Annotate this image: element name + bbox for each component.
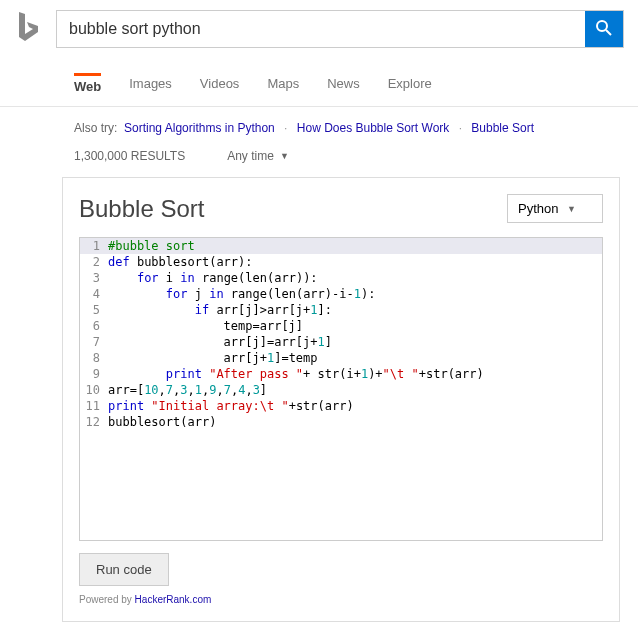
powered-link[interactable]: HackerRank.com — [135, 594, 212, 605]
line-content: for i in range(len(arr)): — [108, 270, 318, 286]
code-line: 10arr=[10,7,3,1,9,7,4,3] — [80, 382, 602, 398]
line-number: 8 — [80, 350, 108, 366]
line-content: def bubblesort(arr): — [108, 254, 253, 270]
code-editor[interactable]: 1#bubble sort2def bubblesort(arr):3 for … — [79, 237, 603, 541]
code-line: 12bubblesort(arr) — [80, 414, 602, 430]
results-row: 1,300,000 RESULTS Any time ▼ — [0, 135, 638, 177]
bing-logo-icon[interactable] — [14, 10, 42, 48]
tab-news[interactable]: News — [327, 76, 360, 106]
separator-dot: · — [284, 121, 287, 135]
code-line: 5 if arr[j]>arr[j+1]: — [80, 302, 602, 318]
line-content: for j in range(len(arr)-i-1): — [108, 286, 375, 302]
chevron-down-icon: ▼ — [280, 151, 289, 161]
line-number: 12 — [80, 414, 108, 430]
search-button[interactable] — [585, 11, 623, 47]
tab-images[interactable]: Images — [129, 76, 172, 106]
code-line: 1#bubble sort — [80, 238, 602, 254]
card-title: Bubble Sort — [79, 195, 204, 223]
tabs-bar: Web Images Videos Maps News Explore — [0, 58, 638, 107]
also-try-label: Also try: — [74, 121, 117, 135]
line-number: 3 — [80, 270, 108, 286]
code-line: 3 for i in range(len(arr)): — [80, 270, 602, 286]
line-number: 4 — [80, 286, 108, 302]
line-content: #bubble sort — [108, 238, 195, 254]
also-try-row: Also try: Sorting Algorithms in Python ·… — [0, 107, 638, 135]
language-label: Python — [518, 201, 558, 216]
line-number: 1 — [80, 238, 108, 254]
separator-dot: · — [459, 121, 462, 135]
line-content: arr[j+1]=temp — [108, 350, 318, 366]
code-line: 7 arr[j]=arr[j+1] — [80, 334, 602, 350]
line-number: 9 — [80, 366, 108, 382]
code-line: 9 print "After pass "+ str(i+1)+"\t "+st… — [80, 366, 602, 382]
also-try-link[interactable]: How Does Bubble Sort Work — [297, 121, 450, 135]
tab-videos[interactable]: Videos — [200, 76, 240, 106]
powered-prefix: Powered by — [79, 594, 135, 605]
line-number: 10 — [80, 382, 108, 398]
tab-explore[interactable]: Explore — [388, 76, 432, 106]
results-count: 1,300,000 RESULTS — [74, 149, 185, 163]
svg-point-0 — [597, 21, 607, 31]
code-line: 8 arr[j+1]=temp — [80, 350, 602, 366]
line-content: temp=arr[j] — [108, 318, 303, 334]
search-input[interactable] — [57, 11, 585, 47]
line-number: 5 — [80, 302, 108, 318]
svg-line-1 — [606, 30, 611, 35]
line-number: 6 — [80, 318, 108, 334]
powered-by: Powered by HackerRank.com — [79, 594, 603, 605]
line-number: 2 — [80, 254, 108, 270]
chevron-down-icon: ▼ — [567, 204, 576, 214]
code-line: 2def bubblesort(arr): — [80, 254, 602, 270]
tab-maps[interactable]: Maps — [267, 76, 299, 106]
run-code-button[interactable]: Run code — [79, 553, 169, 586]
also-try-link[interactable]: Bubble Sort — [471, 121, 534, 135]
time-filter-label: Any time — [227, 149, 274, 163]
answer-card: Bubble Sort Python ▼ 1#bubble sort2def b… — [62, 177, 620, 622]
language-select[interactable]: Python ▼ — [507, 194, 603, 223]
tab-web[interactable]: Web — [74, 73, 101, 106]
line-content: arr[j]=arr[j+1] — [108, 334, 332, 350]
search-icon — [595, 19, 613, 40]
time-filter[interactable]: Any time ▼ — [227, 149, 289, 163]
search-box — [56, 10, 624, 48]
line-content: print "Initial array:\t "+str(arr) — [108, 398, 354, 414]
code-line: 6 temp=arr[j] — [80, 318, 602, 334]
line-content: arr=[10,7,3,1,9,7,4,3] — [108, 382, 267, 398]
code-line: 4 for j in range(len(arr)-i-1): — [80, 286, 602, 302]
line-content: if arr[j]>arr[j+1]: — [108, 302, 332, 318]
line-content: print "After pass "+ str(i+1)+"\t "+str(… — [108, 366, 484, 382]
line-number: 11 — [80, 398, 108, 414]
code-line: 11print "Initial array:\t "+str(arr) — [80, 398, 602, 414]
line-number: 7 — [80, 334, 108, 350]
also-try-link[interactable]: Sorting Algorithms in Python — [124, 121, 275, 135]
line-content: bubblesort(arr) — [108, 414, 216, 430]
